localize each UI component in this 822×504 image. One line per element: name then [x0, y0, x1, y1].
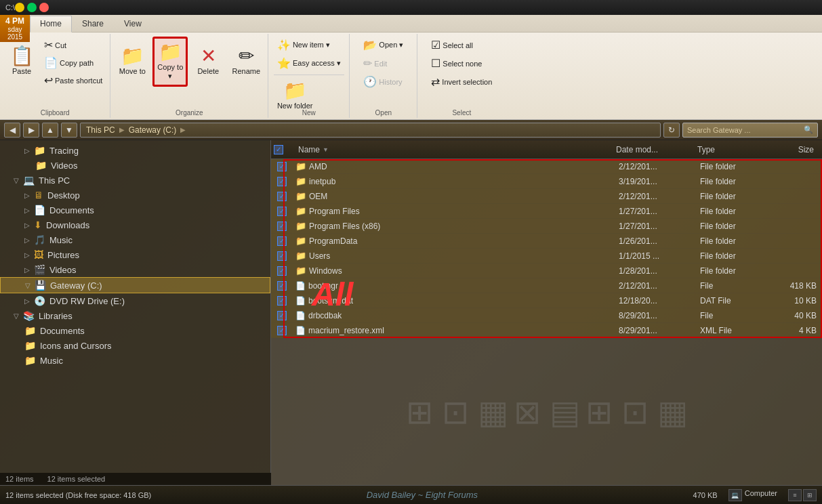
- sidebar-item-dvd[interactable]: ▷ 💿 DVD RW Drive (E:): [0, 293, 270, 308]
- tab-view[interactable]: View: [114, 15, 152, 32]
- close-button[interactable]: [39, 3, 49, 12]
- copy-path-button[interactable]: 📄 Copy path: [41, 54, 106, 71]
- checkbox-4[interactable]: ✓: [277, 222, 287, 231]
- forward-button[interactable]: ▶: [23, 123, 39, 138]
- file-row[interactable]: ✓ 📄 macrium_restore.xml 8/29/201... XML …: [271, 323, 822, 338]
- file-row[interactable]: ✓ 📄 bootsqm.dat 12/18/20... DAT File 10 …: [271, 293, 822, 308]
- checkbox-2[interactable]: ✓: [277, 192, 287, 201]
- tab-home[interactable]: Home: [30, 16, 72, 33]
- nav-path-gateway[interactable]: Gateway (C:): [129, 125, 177, 135]
- sidebar-item-music[interactable]: ▷ 🎵 Music: [0, 232, 270, 247]
- recent-button[interactable]: ▼: [61, 123, 77, 138]
- sidebar-item-tracing[interactable]: ▷ 📁 Tracing: [0, 143, 270, 158]
- paste-button[interactable]: 📋 Paste: [4, 37, 39, 87]
- row-check-2[interactable]: ✓: [271, 192, 293, 201]
- row-check-1[interactable]: ✓: [271, 177, 293, 186]
- detail-view-icon[interactable]: ⊞: [803, 489, 817, 501]
- search-icon[interactable]: 🔍: [804, 125, 813, 134]
- checkbox-8[interactable]: ✓: [277, 281, 287, 291]
- sidebar-item-videos-sub[interactable]: 📁 Videos: [0, 158, 270, 173]
- file-row[interactable]: ✓ 📁 inetpub 3/19/201... File folder: [271, 174, 822, 189]
- disk-size: 470 KB: [693, 491, 718, 499]
- checkbox-10[interactable]: ✓: [277, 311, 287, 320]
- delete-button[interactable]: ✕ Delete: [190, 37, 226, 87]
- checkbox-9[interactable]: ✓: [277, 296, 287, 306]
- select-none-button[interactable]: ☐ Select none: [428, 55, 485, 72]
- file-row[interactable]: ✓ 📁 AMD 2/12/201... File folder: [271, 159, 822, 174]
- rename-button[interactable]: ✏ Rename: [228, 37, 264, 87]
- row-check-3[interactable]: ✓: [271, 207, 293, 216]
- sidebar-item-lib-documents[interactable]: 📁 Documents: [0, 323, 270, 338]
- rename-label: Rename: [232, 67, 261, 76]
- new-item-button[interactable]: ✨ New item ▾: [274, 37, 333, 54]
- list-view-icon[interactable]: ≡: [788, 489, 802, 501]
- header-check[interactable]: ✓: [274, 145, 295, 154]
- file-icon-7: 📁: [295, 266, 306, 276]
- ribbon-content: 📋 Paste ✂ Cut 📄 Copy path ↩ Paste: [0, 33, 822, 119]
- easy-access-button[interactable]: ⭐ Easy access ▾: [274, 55, 344, 72]
- checkbox-3[interactable]: ✓: [277, 207, 287, 216]
- header-type[interactable]: Type: [697, 145, 765, 154]
- row-check-11[interactable]: ✓: [271, 326, 293, 335]
- checkbox-5[interactable]: ✓: [277, 236, 287, 246]
- selected-count: 12 items selected: [47, 475, 106, 483]
- row-check-8[interactable]: ✓: [271, 281, 293, 291]
- header-name[interactable]: Name ▼: [295, 145, 616, 154]
- row-check-9[interactable]: ✓: [271, 296, 293, 306]
- file-row[interactable]: ✓ 📁 Users 1/1/2015 ... File folder: [271, 249, 822, 264]
- open-button[interactable]: 📂 Open ▾: [360, 37, 407, 54]
- nav-path[interactable]: This PC ▶ Gateway (C:) ▶: [80, 123, 661, 138]
- sidebar-item-desktop[interactable]: ▷ 🖥 Desktop: [0, 188, 270, 203]
- sidebar-item-libraries[interactable]: ▽ 📚 Libraries: [0, 308, 270, 323]
- move-to-button[interactable]: 📁 Move to: [115, 37, 150, 87]
- file-row[interactable]: ✓ 📁 OEM 2/12/201... File folder: [271, 189, 822, 204]
- sidebar-label-music: Music: [49, 235, 73, 245]
- file-row[interactable]: ✓ 📁 Program Files 1/27/201... File folde…: [271, 204, 822, 219]
- paste-shortcut-button[interactable]: ↩ Paste shortcut: [41, 72, 106, 89]
- cut-button[interactable]: ✂ Cut: [41, 37, 106, 54]
- tab-share[interactable]: Share: [72, 15, 114, 32]
- checkbox-11[interactable]: ✓: [277, 326, 287, 335]
- checkbox-1[interactable]: ✓: [277, 177, 287, 186]
- sidebar-item-pictures[interactable]: ▷ 🖼 Pictures: [0, 247, 270, 262]
- row-check-5[interactable]: ✓: [271, 236, 293, 246]
- row-check-10[interactable]: ✓: [271, 311, 293, 320]
- file-row[interactable]: ✓ 📁 Program Files (x86) 1/27/201... File…: [271, 219, 822, 234]
- file-row[interactable]: ✓ 📄 bootmgr 2/12/201... File 418 KB: [271, 278, 822, 293]
- nav-path-this-pc[interactable]: This PC: [86, 125, 115, 135]
- sidebar-item-documents[interactable]: ▷ 📄 Documents: [0, 203, 270, 217]
- search-box[interactable]: Search Gateway ... 🔍: [682, 123, 818, 138]
- row-date-0: 2/12/201...: [619, 162, 700, 171]
- sidebar-item-this-pc[interactable]: ▽ 💻 This PC: [0, 173, 270, 188]
- file-row[interactable]: ✓ 📄 drbcdbak 8/29/201... File 40 KB: [271, 308, 822, 323]
- edit-button[interactable]: ✏ Edit: [360, 55, 390, 72]
- file-name-11: macrium_restore.xml: [308, 326, 384, 335]
- refresh-button[interactable]: ↻: [663, 123, 680, 138]
- row-check-6[interactable]: ✓: [271, 251, 293, 261]
- row-check-7[interactable]: ✓: [271, 266, 293, 276]
- sidebar-item-icons-cursors[interactable]: 📁 Icons and Cursors: [0, 338, 270, 353]
- up-button[interactable]: ▲: [42, 123, 58, 138]
- back-button[interactable]: ◀: [4, 123, 20, 138]
- sidebar-item-videos[interactable]: ▷ 🎬 Videos: [0, 262, 270, 277]
- row-check-4[interactable]: ✓: [271, 222, 293, 231]
- header-date[interactable]: Date mod...: [616, 145, 697, 154]
- minimize-button[interactable]: [15, 3, 24, 12]
- sidebar-item-lib-music[interactable]: 📁 Music: [0, 353, 270, 368]
- checkbox-7[interactable]: ✓: [277, 266, 287, 276]
- header-size[interactable]: Size: [765, 145, 819, 154]
- select-all-checkbox[interactable]: ✓: [274, 145, 283, 154]
- sidebar-item-downloads[interactable]: ▷ ⬇ Downloads: [0, 217, 270, 232]
- copy-to-button[interactable]: 📁 Copy to ▾: [152, 37, 188, 87]
- invert-selection-button[interactable]: ⇄ Invert selection: [428, 73, 495, 90]
- file-row[interactable]: ✓ 📁 ProgramData 1/26/201... File folder: [271, 234, 822, 249]
- row-check-0[interactable]: ✓: [271, 162, 293, 171]
- maximize-button[interactable]: [27, 3, 37, 12]
- computer-icon[interactable]: 💻: [728, 489, 742, 501]
- checkbox-6[interactable]: ✓: [277, 251, 287, 261]
- select-all-button[interactable]: ☑ Select all: [428, 37, 476, 54]
- file-row[interactable]: ✓ 📁 Windows 1/28/201... File folder: [271, 264, 822, 278]
- sidebar-item-gateway[interactable]: ▽ 💾 Gateway (C:): [0, 277, 270, 293]
- history-button[interactable]: 🕐 History: [360, 73, 405, 90]
- checkbox-0[interactable]: ✓: [277, 162, 287, 171]
